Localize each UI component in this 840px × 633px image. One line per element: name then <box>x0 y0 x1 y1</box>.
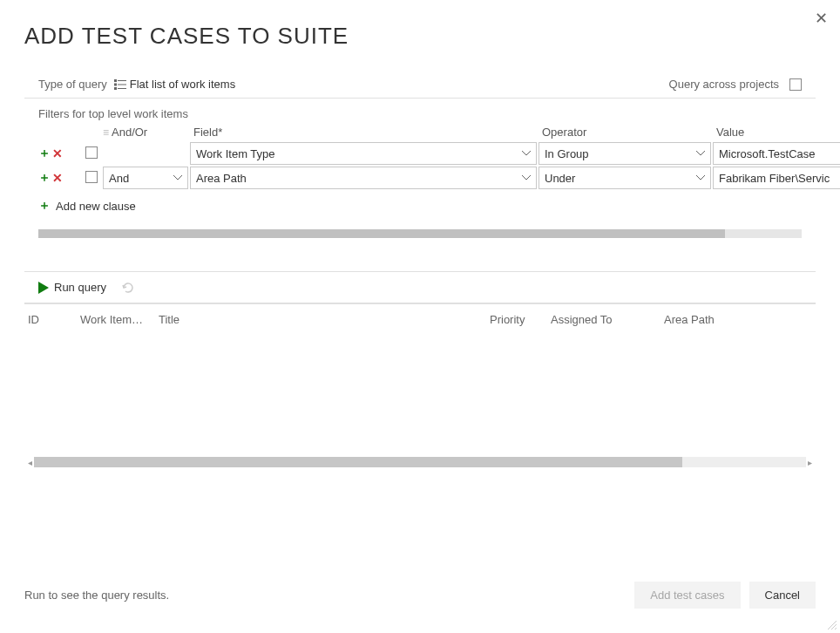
filter-table: ≡ And/Or Field* Operator Value ＋ ✕ Work … <box>24 126 816 191</box>
across-projects-label: Query across projects <box>669 78 779 91</box>
chevron-down-icon <box>173 175 182 180</box>
value-select[interactable]: Microsoft.TestCase <box>713 142 840 165</box>
chevron-down-icon <box>522 175 531 180</box>
value-text: Microsoft.TestCase <box>719 147 816 160</box>
svg-line-8 <box>835 628 837 630</box>
field-text: Area Path <box>196 172 247 185</box>
results-grid-body <box>24 335 816 455</box>
row-checkbox[interactable] <box>85 146 98 159</box>
col-priority[interactable]: Priority <box>490 313 551 326</box>
operator-select[interactable]: In Group <box>539 142 711 165</box>
page-title: ADD TEST CASES TO SUITE <box>24 23 816 50</box>
svg-rect-1 <box>114 83 117 85</box>
results-toolbar: Run query <box>24 272 816 303</box>
results-horizontal-scrollbar[interactable]: ◂ ▸ <box>24 455 816 469</box>
scrollbar-track[interactable] <box>34 457 806 467</box>
flat-list-icon <box>114 79 126 90</box>
scrollbar-thumb[interactable] <box>34 457 682 467</box>
query-type-label: Type of query <box>38 78 107 91</box>
col-work-item[interactable]: Work Item… <box>80 313 159 326</box>
col-assigned-to[interactable]: Assigned To <box>551 313 664 326</box>
svg-rect-3 <box>118 80 126 81</box>
group-lines-icon: ≡ <box>103 127 108 138</box>
chevron-down-icon <box>696 175 705 180</box>
remove-row-icon[interactable]: ✕ <box>52 146 63 160</box>
add-row-icon[interactable]: ＋ <box>38 146 51 161</box>
field-select[interactable]: Work Item Type <box>190 142 537 165</box>
scroll-right-arrow-icon[interactable]: ▸ <box>806 458 814 467</box>
filter-row: ＋ ✕ Work Item Type In Group Microsoft.Te… <box>38 142 802 165</box>
across-projects-checkbox[interactable] <box>789 78 802 91</box>
field-text: Work Item Type <box>196 147 275 160</box>
cancel-button[interactable]: Cancel <box>749 582 816 609</box>
query-type-value[interactable]: Flat list of work items <box>114 78 235 91</box>
refresh-icon[interactable] <box>122 282 136 294</box>
close-icon[interactable]: ✕ <box>815 9 828 28</box>
operator-text: Under <box>545 172 575 185</box>
scrollbar-thumb[interactable] <box>38 229 725 238</box>
add-test-cases-button[interactable]: Add test cases <box>634 582 740 609</box>
field-select[interactable]: Area Path <box>190 167 537 189</box>
filter-header-row: ≡ And/Or Field* Operator Value <box>38 126 802 142</box>
add-clause-label: Add new clause <box>56 200 136 213</box>
svg-rect-2 <box>114 87 117 90</box>
col-header-value: Value <box>713 126 840 139</box>
chevron-down-icon <box>522 151 531 156</box>
query-type: Type of query Flat list of work items <box>38 78 235 91</box>
query-header: Type of query Flat list of work items Qu… <box>24 71 816 99</box>
scroll-left-arrow-icon[interactable]: ◂ <box>26 458 34 467</box>
footer-actions: Add test cases Cancel <box>634 582 816 609</box>
value-select[interactable]: Fabrikam Fiber\Servic <box>713 167 840 189</box>
svg-rect-4 <box>118 84 126 85</box>
play-icon <box>38 282 49 294</box>
col-header-field: Field* <box>190 126 539 139</box>
col-header-andor: And/Or <box>112 126 147 139</box>
value-text: Fabrikam Fiber\Servic <box>719 172 830 185</box>
query-type-text: Flat list of work items <box>130 78 235 91</box>
filters-section-label: Filters for top level work items <box>24 99 816 126</box>
query-across-projects[interactable]: Query across projects <box>669 78 802 91</box>
row-checkbox[interactable] <box>85 171 98 183</box>
add-row-icon[interactable]: ＋ <box>38 170 51 186</box>
run-query-label: Run query <box>54 281 106 294</box>
chevron-down-icon <box>696 151 705 156</box>
andor-select[interactable]: And <box>103 167 188 189</box>
col-header-operator: Operator <box>539 126 713 139</box>
filter-row: ＋ ✕ And Area Path Under Fabrikam Fiber\S… <box>38 167 802 189</box>
svg-rect-5 <box>118 88 126 89</box>
run-query-button[interactable]: Run query <box>38 281 106 294</box>
footer-message: Run to see the query results. <box>24 589 169 602</box>
col-area-path[interactable]: Area Path <box>664 313 812 326</box>
col-title[interactable]: Title <box>159 313 490 326</box>
filter-horizontal-scrollbar[interactable] <box>38 229 802 238</box>
add-new-clause-button[interactable]: ＋ Add new clause <box>24 191 816 229</box>
plus-icon: ＋ <box>38 198 51 214</box>
svg-rect-0 <box>114 79 117 82</box>
andor-text: And <box>109 172 129 185</box>
results-toolbar-area: Run query <box>24 271 816 303</box>
col-id[interactable]: ID <box>28 313 80 326</box>
resize-grip-icon[interactable] <box>826 619 837 630</box>
remove-row-icon[interactable]: ✕ <box>52 171 63 185</box>
operator-select[interactable]: Under <box>539 167 711 189</box>
dialog-footer: Run to see the query results. Add test c… <box>24 564 816 616</box>
operator-text: In Group <box>545 147 589 160</box>
dialog: ✕ ADD TEST CASES TO SUITE Type of query … <box>0 0 840 633</box>
results-grid-header: ID Work Item… Title Priority Assigned To… <box>24 303 816 335</box>
